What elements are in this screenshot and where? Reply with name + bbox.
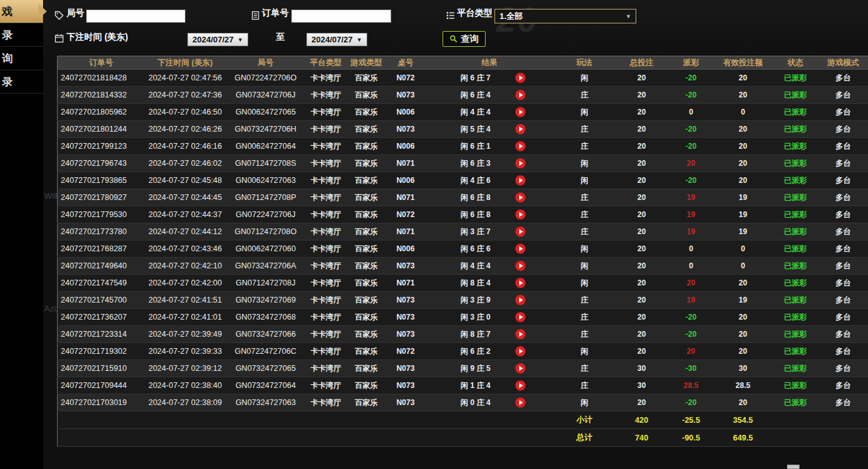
cell-game-type: 百家乐 [346,258,387,275]
cell-total-bet: 20 [615,87,669,104]
cell-game-type: 百家乐 [346,121,387,138]
cell-game-type: 百家乐 [346,360,387,377]
cell-result: 闲 4 庄 4 [425,104,555,121]
play-icon[interactable] [515,295,525,305]
pagination-partial[interactable] [787,465,800,469]
column-header: 派彩 [669,56,714,70]
play-icon[interactable] [515,227,525,237]
order-no-input[interactable] [291,9,391,23]
result-text: 闲 0 庄 4 [453,397,498,408]
play-icon[interactable] [515,380,525,391]
play-icon[interactable] [515,90,525,100]
play-icon[interactable] [515,124,525,134]
cell-payout: -20 [669,70,714,87]
play-icon[interactable] [515,244,525,254]
query-button[interactable]: 查询 [443,31,486,47]
cell-game-type: 百家乐 [346,155,387,172]
table-row: 2407270217795302024-07-27 02:44:37GN0722… [58,206,868,223]
cell-platform: 卡卡湾厅 [306,155,346,172]
sidebar-item-2[interactable]: 询 [0,47,43,70]
cell-payout: 0 [669,258,714,275]
cell-table-no: N071 [387,275,425,292]
cell-game-no: GN0732472706J [226,87,306,104]
cell-game-no: GN07324727063 [226,394,306,411]
grand-total-total-bet: 740 [615,429,669,447]
cell-table-no: N073 [387,309,425,326]
play-icon[interactable] [515,397,525,408]
cell-play: 闲 [555,241,615,258]
table-row: 2407270217457002024-07-27 02:41:51GN0732… [58,292,868,309]
play-icon[interactable] [515,363,525,373]
game-no-input[interactable] [86,9,186,23]
cell-platform: 卡卡湾厅 [306,104,346,121]
cell-play: 庄 [555,292,615,309]
sidebar-item-3[interactable]: 录 [0,70,43,94]
play-icon[interactable] [515,192,525,203]
cell-play: 庄 [555,377,615,394]
play-icon[interactable] [515,158,525,168]
column-header: 有效投注额 [714,56,773,70]
cell-result: 闲 3 庄 7 [425,223,555,241]
column-header: 玩法 [555,56,615,70]
sidebar-item-0[interactable]: 戏 [0,0,43,23]
cell-result: 闲 3 庄 0 [425,309,555,326]
cell-bet-time: 2024-07-27 02:42:00 [145,275,226,292]
play-icon[interactable] [515,209,525,220]
cell-order-no: 240727021719302 [58,343,145,360]
date-to-picker[interactable]: 2024/07/27 ▼ [306,33,367,46]
cell-play: 庄 [555,223,615,241]
cell-game-type: 百家乐 [346,70,387,87]
cell-platform: 卡卡湾厅 [306,172,346,189]
cell-play: 闲 [555,155,615,172]
date-from-picker[interactable]: 2024/07/27 ▼ [187,33,248,46]
cell-bet-time: 2024-07-27 02:44:12 [145,223,226,241]
subtotal-total-bet: 420 [615,411,669,429]
play-icon[interactable] [515,312,525,322]
table-row: 2407270217737802024-07-27 02:44:12GN0712… [58,223,868,241]
play-icon[interactable] [515,278,525,288]
cell-game-no: GN07324727069 [226,292,306,309]
grand-total-empty-mode [819,429,868,447]
cell-game-mode: 多台 [819,121,868,138]
cell-total-bet: 20 [615,121,669,138]
cell-game-type: 百家乐 [346,326,387,343]
cell-game-no: GN07324727066 [226,326,306,343]
cell-game-mode: 多台 [819,326,868,343]
platform-type-select[interactable]: 1.全部 ▼ [494,9,636,23]
cell-bet-time: 2024-07-27 02:46:26 [145,121,226,138]
cell-order-no: 240727021773780 [58,223,145,241]
cell-game-no: GN07324727064 [226,377,306,394]
cell-game-no: GN0732472706H [226,121,306,138]
cell-game-no: GN0712472708S [226,155,306,172]
cell-result: 闲 6 庄 4 [425,87,555,104]
play-icon[interactable] [515,175,525,185]
cell-payout: 19 [669,223,714,241]
play-icon[interactable] [515,346,525,356]
result-text: 闲 6 庄 1 [453,141,498,152]
cell-valid-bet: 20 [714,155,773,172]
cell-status: 已派彩 [773,326,819,343]
cell-payout: 20 [669,155,714,172]
cell-order-no: 240727021805962 [58,104,145,121]
cell-game-type: 百家乐 [346,172,387,189]
cell-order-no: 240727021749640 [58,258,145,275]
cell-game-type: 百家乐 [346,241,387,258]
cell-game-type: 百家乐 [346,104,387,121]
cell-table-no: N072 [387,343,425,360]
cell-platform: 卡卡湾厅 [306,292,346,309]
result-text: 闲 6 庄 8 [453,209,498,220]
result-text: 闲 8 庄 4 [453,278,498,289]
result-text: 闲 4 庄 4 [453,261,498,272]
play-icon[interactable] [515,73,525,83]
play-icon[interactable] [515,141,525,151]
cell-game-mode: 多台 [819,138,868,155]
result-text: 闲 9 庄 5 [453,363,498,374]
cell-game-no: GN0712472708O [226,223,306,241]
cell-play: 庄 [555,87,615,104]
play-icon[interactable] [515,261,525,271]
cell-valid-bet: 19 [714,223,773,241]
play-icon[interactable] [515,107,525,117]
sidebar-item-1[interactable]: 录 [0,23,43,47]
cell-game-mode: 多台 [819,275,868,292]
play-icon[interactable] [515,329,525,339]
